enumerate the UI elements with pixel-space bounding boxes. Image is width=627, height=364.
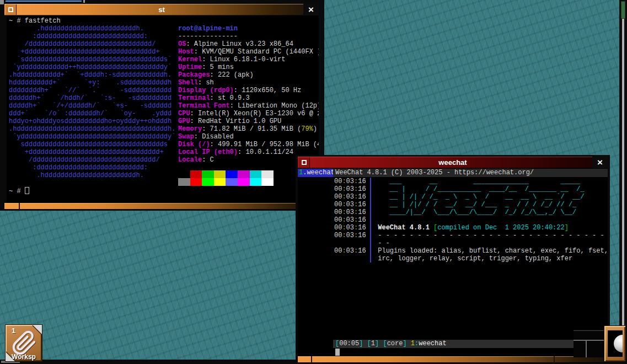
st-close-button[interactable]: × — [303, 4, 319, 15]
vertical-scrollbar[interactable] — [619, 0, 627, 364]
alpine-ascii-logo: .hdddddddddddddddddddddddh. :ddddddddddd… — [9, 25, 175, 179]
terminal-color-palette — [178, 170, 274, 186]
close-icon: × — [308, 5, 314, 14]
prompt-text: ~ # — [9, 188, 25, 195]
input-cursor — [335, 349, 340, 356]
fastfetch-info: root@alpine-min --------------- OS: Alpi… — [178, 25, 319, 164]
palette-swatch — [250, 170, 262, 178]
message-separator-line — [370, 178, 371, 263]
corner-button[interactable] — [604, 326, 625, 361]
palette-swatch — [190, 178, 202, 186]
buffer-title-text: WeeChat 4.8.1 (C) 2003-2025 - https://we… — [333, 169, 608, 177]
shell-command-line: ~ # fastfetch — [9, 17, 61, 25]
weechat-window-title: weechat — [298, 157, 608, 168]
st-window-title: st — [4, 4, 319, 15]
palette-swatch — [261, 178, 274, 186]
weechat-status-bar: [00:05] [1] [core] 1:weechat — [333, 340, 608, 348]
palette-swatch — [238, 178, 250, 186]
resize-handle-notch[interactable] — [19, 203, 20, 210]
resize-handle-notch[interactable] — [554, 356, 555, 363]
palette-swatch — [214, 170, 226, 178]
terminal-cursor — [25, 187, 29, 194]
weechat-close-button[interactable]: × — [592, 157, 608, 168]
st-terminal-window: st × ~ # fastfetch .hddddddddddddddddddd… — [0, 0, 324, 211]
vertical-scrollbar-thumb[interactable] — [621, 1, 625, 19]
buflist-current-buffer[interactable]: 1.weechat — [298, 169, 333, 177]
desktop: st × ~ # fastfetch .hddddddddddddddddddd… — [0, 0, 627, 364]
weechat-bottom-border[interactable] — [298, 356, 608, 363]
palette-swatch — [250, 178, 262, 186]
palette-swatch — [261, 170, 274, 178]
shell-prompt: ~ # — [9, 187, 29, 195]
weechat-input-line[interactable] — [333, 349, 608, 356]
close-icon: × — [597, 158, 603, 167]
palette-swatch — [202, 170, 214, 178]
vertical-scrollbar-track[interactable] — [622, 19, 624, 364]
status-bar-text: [00:05] [1] [core] 1:weechat — [333, 340, 608, 348]
iconbox-line — [574, 340, 605, 341]
weechat-content[interactable]: 1.weechat WeeChat 4.8.1 (C) 2003-2025 - … — [298, 168, 608, 356]
st-titlebar[interactable]: st × — [4, 4, 319, 15]
window-top-accent-line — [6, 1, 82, 2]
workspace-label: Worksp — [6, 353, 42, 361]
buffer-name: .weechat — [303, 169, 333, 176]
palette-swatch — [178, 170, 190, 178]
window-corner-grip[interactable] — [0, 0, 4, 4]
palette-swatch — [178, 178, 190, 186]
palette-swatch — [238, 170, 250, 178]
workspace-number: 1 — [12, 326, 15, 335]
chat-messages: 00:03:16 ___ __ ______________ _____ 00:… — [334, 178, 608, 263]
st-bottom-border[interactable] — [4, 203, 319, 210]
iconbox-line — [574, 330, 605, 331]
dome-icon — [614, 335, 623, 352]
corner-button-inner — [608, 330, 623, 357]
iconbox-line — [586, 340, 587, 357]
resize-handle-notch[interactable] — [311, 356, 312, 363]
iconified-window-box[interactable] — [574, 329, 605, 357]
palette-swatch — [226, 178, 238, 186]
workspace-button[interactable]: 1 Worksp — [6, 325, 42, 361]
weechat-titlebar[interactable]: weechat × — [298, 157, 608, 168]
buffer-title-bar: WeeChat 4.8.1 (C) 2003-2025 - https://we… — [333, 169, 608, 177]
palette-swatch — [214, 178, 226, 186]
weechat-window: weechat × 1.weechat WeeChat 4.8.1 (C) 20… — [296, 155, 610, 363]
window-top-tick — [83, 0, 85, 3]
st-terminal-content[interactable]: ~ # fastfetch .hdddddddddddddddddddddddh… — [7, 15, 319, 203]
palette-swatch — [190, 170, 202, 178]
palette-swatch — [226, 170, 238, 178]
palette-swatch — [202, 178, 214, 186]
